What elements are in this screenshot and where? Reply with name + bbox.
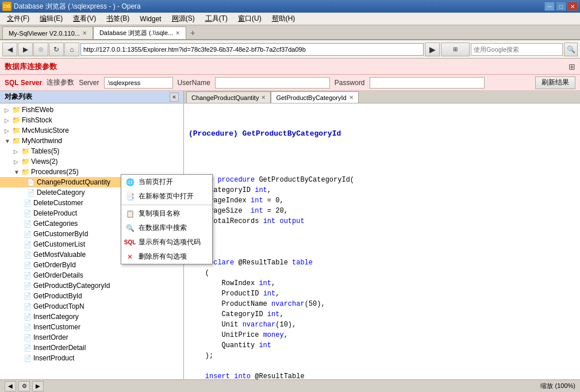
browser-tab-mysqlviewer-close[interactable]: ✕ [82,30,87,36]
browser-tab-mysqlviewer[interactable]: My-SqlViewer V2.0.110... ✕ [2,26,93,39]
menu-bookmarks[interactable]: 书签(B) [102,13,134,25]
tree-item-getorderdetails[interactable]: 📄 GetOrderDetails [0,270,183,280]
forward-button[interactable]: ▶ [18,43,33,56]
tree-item-tables[interactable]: ▷ 📁 Tables(5) [0,146,183,156]
page-icon: 🌐 [125,178,135,187]
context-menu-open-newtab-label: 在新标签页中打开 [139,191,194,201]
tree-label-deletecustomer: DeleteCustomer [33,199,83,207]
status-settings[interactable]: ⚙ [18,381,30,391]
editor-tab-changeproductquantity-close[interactable]: ✕ [261,94,266,101]
go-button[interactable]: ▶ [425,43,440,56]
new-tab-button[interactable]: + [186,26,199,39]
tree-toggle-tables[interactable]: ▷ [14,148,21,155]
home-button[interactable]: ⌂ [64,43,79,56]
editor-tab-changeproductquantity[interactable]: ChangeProductQuantity ✕ [186,91,271,103]
status-nav-left[interactable]: ◀ [5,381,16,391]
tree-label-insertcategory: InsertCategory [33,313,79,321]
server-input[interactable] [104,77,173,89]
username-input[interactable] [215,77,330,89]
back-button[interactable]: ◀ [2,43,17,56]
code-content: create procedure GetProductByCategoryId(… [189,164,575,379]
window-title: Database 浏览器 (.\sqlexpress - ) - Opera [14,2,141,11]
tree-label-getproductbycategoryid: GetProductByCategoryId [33,282,110,290]
db-params-title: 数据库连接参数 [5,62,57,72]
tree-item-insertorderdetail[interactable]: 📄 InsertOrderDetail [0,343,183,353]
tree-toggle-fishstock[interactable]: ▷ [5,117,11,124]
tree-label-deleteproduct: DeleteProduct [33,209,77,217]
menu-file[interactable]: 文件(F) [2,13,34,25]
title-bar-controls: ─ □ ✕ [544,2,578,11]
doc-icon-getcustomerlist: 📄 [23,240,32,248]
tree-toggle-procedures[interactable]: ▼ [14,169,21,175]
doc-icon-getcustomerbyid: 📄 [23,230,32,238]
menu-help[interactable]: 帮助(H) [267,13,300,25]
doc-icon-getorderbyid: 📄 [23,261,32,269]
doc-icon-insertproduct: 📄 [23,354,32,362]
tree-item-getproductbyid[interactable]: 📄 GetProductById [0,291,183,301]
app-icon: DB [2,2,11,11]
close-button[interactable]: ✕ [567,2,578,11]
code-title: (Procedure) GetProductByCategoryId [189,129,575,139]
editor-tab-getproductbycategoryid[interactable]: GetProductByCategoryId ✕ [271,91,358,103]
doc-icon-getmostvaluable: 📄 [23,251,32,259]
delete-icon: ✕ [125,252,135,262]
minimize-button[interactable]: ─ [544,2,555,11]
browser-tab-dbexplorer-close[interactable]: ✕ [175,30,180,36]
context-menu-search-db[interactable]: 🔍 在数据库中搜索 [121,221,212,235]
tree-item-getproducttopn[interactable]: 📄 GetProductTopN [0,301,183,312]
search-button[interactable]: 🔍 [564,43,578,56]
browser-tab-dbexplorer[interactable]: Database 浏览器 (.\\sqle... ✕ [93,26,186,39]
context-menu-show-checked-code[interactable]: SQL 显示所有勾选项代码 [121,235,212,249]
panel-collapse-button[interactable]: « [170,93,179,102]
tree-item-insertcategory[interactable]: 📄 InsertCategory [0,312,183,322]
tree-label-mvcmusicstore: MvcMusicStore [22,126,69,134]
maximize-button[interactable]: □ [556,2,566,11]
context-menu-delete-checked[interactable]: ✕ 删除所有勾选项 [121,249,212,264]
reload-button[interactable]: ↻ [49,43,64,56]
tree-label-insertcustomer: InsertCustomer [33,323,80,331]
tree-item-mvcmusicstore[interactable]: ▷ 📁 MvcMusicStore [0,125,183,136]
stop-button[interactable]: ⊗ [33,43,48,56]
address-input[interactable] [80,43,424,56]
menu-view[interactable]: 查看(V) [68,13,101,25]
tree-item-views[interactable]: ▷ 📁 Views(2) [0,156,183,167]
status-nav-right[interactable]: ▶ [32,381,44,391]
tree-item-insertorder[interactable]: 📄 InsertOrder [0,332,183,343]
tree-item-fishstock[interactable]: ▷ 📁 FishStock [0,115,183,125]
search-input[interactable] [471,43,563,56]
doc-icon-deletecustomer: 📄 [23,199,32,207]
menu-window[interactable]: 窗口(U) [233,13,266,25]
tree-item-getproductbycategoryid[interactable]: 📄 GetProductByCategoryId [0,280,183,291]
tree-toggle-views[interactable]: ▷ [14,159,21,165]
db-params-collapse-icon[interactable]: ⊞ [569,62,575,71]
context-menu-copy-name[interactable]: 📋 复制项目名称 [121,206,212,221]
tree-label-insertorderdetail: InsertOrderDetail [33,344,86,352]
tree-item-insertproduct[interactable]: 📄 InsertProduct [0,353,183,363]
password-input[interactable] [370,77,485,89]
folder-icon-mvcmusicstore: 📁 [11,126,21,134]
refresh-button[interactable]: 刷新结果 [535,76,575,89]
zoom-button[interactable]: ⊞ [441,43,470,56]
tree-item-mynorthwind[interactable]: ▼ 📁 MyNorthwind [0,136,183,146]
search-db-icon: 🔍 [125,224,135,233]
context-menu-open-current[interactable]: 🌐 当前页打开 [121,175,212,189]
doc-icon-insertcustomer: 📄 [23,323,32,331]
tree-item-insertcustomer[interactable]: 📄 InsertCustomer [0,322,183,332]
tree-label-getcustomerbyid: GetCustomerById [33,230,88,238]
code-area[interactable]: (Procedure) GetProductByCategoryId creat… [184,103,580,379]
folder-icon-fisheweb: 📁 [11,106,21,114]
tree-toggle-mvcmusicstore[interactable]: ▷ [5,128,11,134]
editor-tab-getproductbycategoryid-label: GetProductByCategoryId [276,94,346,101]
menu-feed[interactable]: 网源(S) [167,13,199,25]
menu-widget[interactable]: Widget [135,14,166,24]
db-params-row: SQL Server 连接参数 Server UserName Password… [0,75,580,91]
tree-item-fisheweb[interactable]: ▷ 📁 FishEWeb [0,105,183,115]
editor-tab-getproductbycategoryid-close[interactable]: ✕ [349,94,354,101]
menu-edit[interactable]: 编辑(E) [35,13,67,25]
tree-toggle-fisheweb[interactable]: ▷ [5,107,11,113]
tree-toggle-mynorthwind[interactable]: ▼ [5,138,11,144]
main-area: 对象列表 « ▷ 📁 FishEWeb ▷ 📁 FishStock [0,91,580,379]
menu-tools[interactable]: 工具(T) [201,13,232,25]
context-menu-open-newtab[interactable]: 📑 在新标签页中打开 [121,189,212,203]
tree-label-changeproductquantity: ChangeProductQuantity [37,178,110,186]
